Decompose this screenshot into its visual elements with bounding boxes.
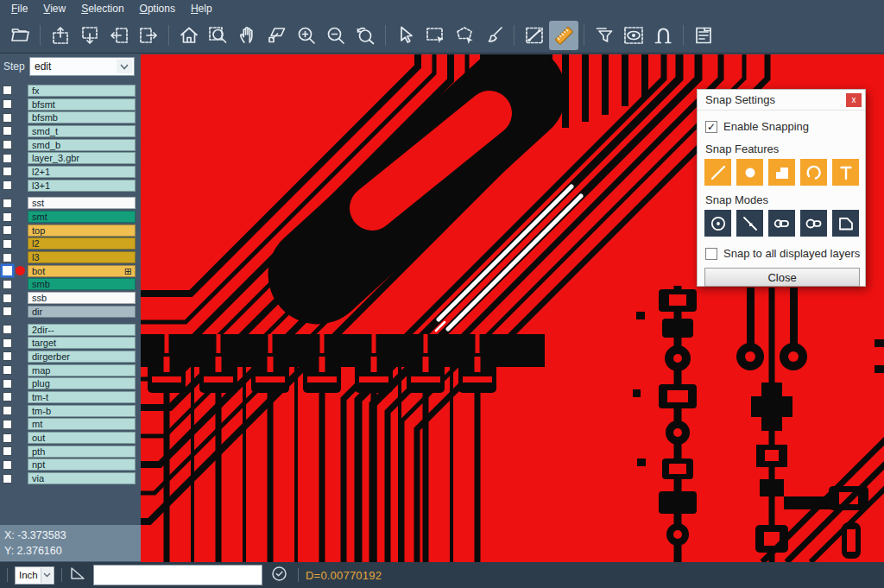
layer-name[interactable]: plug bbox=[28, 377, 136, 389]
snap-feature-line-button[interactable] bbox=[704, 159, 731, 186]
layer-visibility-checkbox[interactable] bbox=[3, 266, 12, 275]
pan-down-button[interactable] bbox=[75, 21, 104, 50]
snap-feature-text-button[interactable] bbox=[832, 159, 859, 186]
layer-visibility-checkbox[interactable] bbox=[3, 180, 12, 190]
layer-name[interactable]: bot⊞ bbox=[28, 265, 136, 277]
snap-mode-contour-button[interactable] bbox=[832, 210, 859, 237]
layer-visibility-checkbox[interactable] bbox=[3, 154, 12, 163]
step-select[interactable]: edit bbox=[29, 57, 135, 76]
layer-name[interactable]: ssb bbox=[28, 292, 136, 304]
layer-name[interactable]: pth bbox=[28, 446, 136, 458]
filter-button[interactable] bbox=[590, 21, 619, 50]
layer-name[interactable]: npt bbox=[28, 458, 136, 471]
layer-visibility-checkbox[interactable] bbox=[3, 420, 12, 429]
ruler-measure-button[interactable] bbox=[549, 21, 578, 50]
home-view-button[interactable] bbox=[174, 21, 204, 50]
snap-magnet-button[interactable] bbox=[648, 21, 678, 50]
layer-visibility-checkbox[interactable] bbox=[3, 99, 12, 109]
view-object-button[interactable] bbox=[619, 21, 648, 50]
layer-visibility-checkbox[interactable] bbox=[3, 239, 12, 249]
layer-name[interactable]: l2 bbox=[28, 237, 136, 250]
layer-name[interactable]: tm-b bbox=[28, 405, 136, 417]
layer-visibility-checkbox[interactable] bbox=[3, 474, 12, 484]
layer-name[interactable]: layer_3.gbr bbox=[28, 152, 136, 164]
pan-right-button[interactable] bbox=[134, 21, 163, 50]
layer-name[interactable]: smd_b bbox=[28, 139, 136, 151]
layer-name[interactable]: bfsmt bbox=[28, 98, 136, 111]
layer-visibility-checkbox[interactable] bbox=[3, 280, 12, 289]
zoom-in-button[interactable] bbox=[292, 21, 321, 50]
layer-name[interactable]: fx bbox=[28, 85, 136, 97]
layer-visibility-checkbox[interactable] bbox=[3, 392, 12, 401]
zoom-previous-button[interactable] bbox=[350, 21, 380, 50]
layer-name[interactable]: out bbox=[28, 432, 136, 444]
layer-visibility-checkbox[interactable] bbox=[3, 325, 12, 334]
snap-feature-pad-button[interactable] bbox=[736, 159, 763, 186]
layer-name[interactable]: l3 bbox=[28, 251, 136, 263]
layer-name[interactable]: sst bbox=[28, 197, 136, 209]
pan-up-button[interactable] bbox=[46, 21, 75, 50]
layer-name[interactable]: top bbox=[28, 224, 136, 237]
rect-select-button[interactable] bbox=[420, 21, 450, 50]
apply-measure-button[interactable] bbox=[271, 566, 287, 585]
layer-visibility-checkbox[interactable] bbox=[3, 365, 12, 375]
zoom-window-button[interactable] bbox=[204, 21, 233, 50]
layer-name[interactable]: smt bbox=[28, 211, 136, 223]
snap-mode-keyhole-button[interactable] bbox=[800, 210, 827, 237]
pan-hand-button[interactable] bbox=[233, 21, 262, 50]
close-button[interactable]: Close bbox=[704, 268, 860, 287]
menu-selection[interactable]: Selection bbox=[73, 1, 131, 16]
open-file-button[interactable] bbox=[5, 21, 35, 50]
layer-name[interactable]: mt bbox=[28, 418, 136, 430]
layer-name[interactable]: l2+1 bbox=[28, 166, 136, 178]
layer-name[interactable]: map bbox=[28, 364, 136, 376]
select-arrow-button[interactable] bbox=[391, 21, 420, 50]
unit-select[interactable]: Inch bbox=[15, 566, 54, 585]
snap-mode-slot-button[interactable] bbox=[768, 210, 795, 237]
layer-visibility-checkbox[interactable] bbox=[3, 460, 12, 470]
polygon-select-button[interactable] bbox=[450, 21, 479, 50]
snap-mode-midpoint-button[interactable] bbox=[736, 210, 763, 237]
snap-feature-arc-button[interactable] bbox=[800, 159, 827, 186]
layer-visibility-checkbox[interactable] bbox=[3, 199, 12, 208]
layer-name[interactable]: bfsmb bbox=[28, 111, 136, 123]
menu-file[interactable]: File bbox=[3, 1, 35, 16]
brush-select-button[interactable] bbox=[479, 21, 508, 50]
layer-name[interactable]: tm-t bbox=[28, 391, 136, 403]
report-button[interactable] bbox=[689, 21, 718, 50]
layer-visibility-checkbox[interactable] bbox=[3, 446, 12, 456]
layer-visibility-checkbox[interactable] bbox=[3, 294, 12, 303]
layer-visibility-checkbox[interactable] bbox=[3, 85, 12, 95]
layer-visibility-checkbox[interactable] bbox=[3, 212, 12, 222]
layer-visibility-checkbox[interactable] bbox=[3, 406, 12, 415]
layer-visibility-checkbox[interactable] bbox=[3, 338, 12, 348]
layer-visibility-checkbox[interactable] bbox=[3, 433, 12, 443]
menu-help[interactable]: Help bbox=[183, 1, 220, 16]
layer-name[interactable]: dir bbox=[28, 306, 136, 318]
measure-line-button[interactable] bbox=[520, 21, 549, 50]
menu-options[interactable]: Options bbox=[132, 1, 183, 16]
menu-view[interactable]: View bbox=[35, 1, 73, 16]
layer-visibility-checkbox[interactable] bbox=[3, 126, 12, 136]
drag-view-button[interactable] bbox=[262, 21, 292, 50]
snap-all-layers-checkbox[interactable] bbox=[705, 248, 717, 260]
layer-name[interactable]: 2dir-- bbox=[28, 324, 136, 336]
layer-name[interactable]: smd_t bbox=[28, 125, 136, 137]
layer-name[interactable]: via bbox=[28, 472, 136, 484]
layer-visibility-checkbox[interactable] bbox=[3, 113, 12, 123]
layer-visibility-checkbox[interactable] bbox=[3, 167, 12, 176]
zoom-out-button[interactable] bbox=[321, 21, 350, 50]
layer-visibility-checkbox[interactable] bbox=[3, 307, 12, 316]
layer-visibility-checkbox[interactable] bbox=[3, 351, 12, 361]
pan-left-button[interactable] bbox=[104, 21, 134, 50]
layer-visibility-checkbox[interactable] bbox=[3, 253, 12, 262]
layer-name[interactable]: target bbox=[28, 337, 136, 349]
enable-snapping-checkbox[interactable]: ✓ bbox=[705, 121, 717, 133]
layer-name[interactable]: l3+1 bbox=[28, 180, 136, 192]
dialog-close-icon[interactable]: x bbox=[846, 93, 862, 107]
layer-visibility-checkbox[interactable] bbox=[3, 225, 12, 235]
layer-name[interactable]: smb bbox=[28, 278, 136, 290]
snap-feature-surface-button[interactable] bbox=[768, 159, 795, 186]
layer-visibility-checkbox[interactable] bbox=[3, 140, 12, 149]
layer-visibility-checkbox[interactable] bbox=[3, 379, 12, 389]
